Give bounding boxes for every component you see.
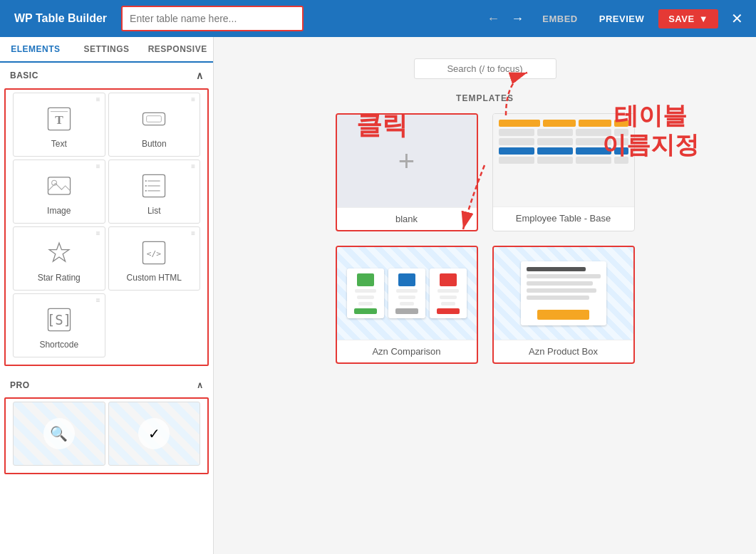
sidebar-tabs: ELEMENTS SETTINGS RESPONSIVE [0, 37, 213, 63]
pro-chevron-icon[interactable]: ∧ [197, 380, 204, 390]
element-image[interactable]: ≡ Image [13, 160, 105, 224]
drag-handle-icon: ≡ [96, 163, 100, 170]
comparison-thumb [337, 247, 477, 340]
element-button[interactable]: ≡ Button [108, 93, 201, 157]
drag-handle-icon: ≡ [96, 297, 100, 304]
sidebar: ELEMENTS SETTINGS RESPONSIVE BASIC ∧ ≡ T… [0, 37, 214, 554]
drag-handle-icon: ≡ [191, 230, 195, 237]
pro-section-header: PRO ∧ [0, 373, 213, 397]
html-icon: </> [138, 237, 170, 268]
template-comparison[interactable]: Azn Comparison [336, 246, 478, 364]
svg-rect-4 [147, 116, 162, 122]
basic-section-header: BASIC ∧ [0, 63, 213, 88]
shortcode-label: Shortcode [39, 340, 78, 350]
product-box [521, 261, 606, 325]
save-button[interactable]: SAVE ▼ [658, 9, 718, 28]
comparison-name: Azn Comparison [337, 340, 477, 362]
pro-element-search[interactable]: 🔍 [13, 402, 105, 466]
star-rating-label: Star Rating [38, 273, 81, 283]
element-text[interactable]: ≡ T Text [13, 93, 105, 157]
star-icon [43, 237, 75, 268]
redo-button[interactable]: → [507, 9, 528, 29]
pro-element-check[interactable]: ✓ [108, 402, 201, 466]
svg-rect-5 [48, 177, 70, 194]
element-custom-html[interactable]: ≡ </> Custom HTML [108, 226, 201, 291]
list-icon [138, 170, 170, 202]
svg-text:[S]: [S] [47, 312, 71, 328]
element-list[interactable]: ≡ List [108, 160, 201, 224]
pro-check-icon: ✓ [138, 418, 170, 449]
basic-chevron-icon[interactable]: ∧ [196, 70, 204, 81]
text-label: Text [51, 139, 67, 149]
product-thumb [494, 247, 633, 340]
content-area: 클릭 테이블 이름지정 TEMPLATES + [214, 37, 756, 554]
tab-settings[interactable]: SETTINGS [71, 37, 143, 61]
undo-button[interactable]: ← [482, 9, 504, 29]
button-label: Button [142, 139, 167, 149]
employee-name: Employee Table - Base [493, 207, 634, 229]
comp-box-2 [388, 268, 425, 318]
element-shortcode[interactable]: ≡ [S] Shortcode [13, 293, 105, 357]
pro-search-icon: 🔍 [43, 418, 75, 449]
drag-handle-icon: ≡ [191, 163, 195, 170]
shortcode-icon: [S] [43, 304, 75, 335]
app-logo: WP Table Builder [7, 12, 114, 25]
pro-elements-grid: 🔍 ✓ [4, 397, 209, 474]
annotation-click: 클릭 [356, 108, 408, 143]
image-label: Image [47, 206, 71, 216]
preview-button[interactable]: PREVIEW [592, 11, 651, 27]
image-icon [43, 170, 75, 202]
element-star-rating[interactable]: ≡ Star Rating [13, 226, 105, 291]
comp-box-3 [430, 268, 467, 318]
product-name: Azn Product Box [494, 340, 633, 362]
drag-handle-icon: ≡ [96, 96, 100, 103]
close-button[interactable]: ✕ [725, 7, 749, 30]
svg-rect-3 [143, 113, 165, 125]
dashed-arrow-down [442, 158, 513, 244]
embed-button[interactable]: EMBED [535, 11, 584, 27]
elements-grid: ≡ T Text ≡ [4, 88, 209, 366]
drag-handle-icon: ≡ [191, 96, 195, 103]
table-name-input[interactable] [121, 6, 304, 31]
tab-responsive[interactable]: RESPONSIVE [142, 37, 213, 61]
svg-marker-14 [49, 243, 69, 261]
save-dropdown-icon: ▼ [699, 14, 708, 24]
main-layout: ELEMENTS SETTINGS RESPONSIVE BASIC ∧ ≡ T… [0, 37, 756, 554]
nav-icons: ← → [482, 9, 528, 29]
text-icon: T [43, 103, 75, 135]
tab-elements[interactable]: ELEMENTS [0, 37, 71, 63]
template-product[interactable]: Azn Product Box [492, 246, 635, 364]
templates-row-2: Azn Comparison Azn Product Box [228, 246, 742, 364]
button-icon [138, 103, 170, 135]
list-label: List [147, 206, 161, 216]
drag-handle-icon: ≡ [96, 230, 100, 237]
svg-text:</>: </> [147, 249, 162, 258]
svg-text:T: T [55, 113, 63, 127]
comp-box-1 [347, 268, 384, 318]
header: WP Table Builder ← → EMBED PREVIEW SAVE … [0, 0, 756, 37]
annotation-title: 테이블 이름지정 [602, 101, 699, 160]
dashed-arrow-up [477, 66, 534, 122]
custom-html-label: Custom HTML [127, 273, 182, 283]
